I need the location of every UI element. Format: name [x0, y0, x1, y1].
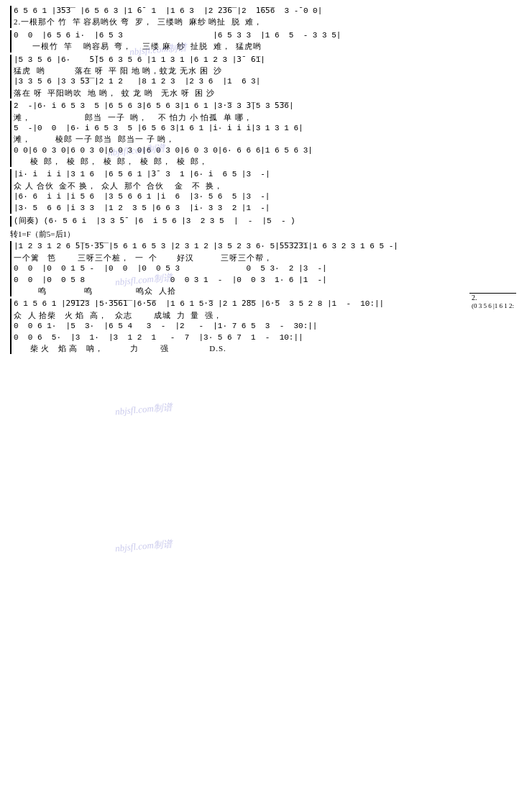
score-section-1: 6 5 6 1 |3̅5̅3̅ |6 5 6 3 |1 6̄ 1 |1 6 3 …: [10, 6, 522, 28]
lyric-1-1: 2.一根那个 竹 竿 容易哟伙 弯 罗， 三缕哟 麻纱 哟扯 脱 难，: [14, 17, 522, 27]
notation-5-2: |6· 6 i i |i 5 6 |3 5 6 6 1 |i 6 |3· 5 6…: [14, 191, 522, 202]
score-section-8-container: 2.(0 3 5 6 |1 6 1 2: 6 1 5 6 1 |2̅9̅1̅2̅…: [10, 299, 522, 354]
notation-7-1: |1 2 3 1 2 6 5̅|5·̅3̅5̅ |5 6 1 6 5 3 |2 …: [14, 241, 522, 252]
score-section-8: 6 1 5 6 1 |2̅9̅1̅2̅3 |5·̅3̅5̅6̅1̅ |6·̅5̅…: [10, 299, 522, 354]
notation-5-3: |3· 5 6 6 |i 3 3 |1 2 3 5 |6 6 3 |i· 3 3…: [14, 203, 522, 214]
notation-5-1: |i· i i i |3 1 6 |6 5 6 1 |3̄ 3 1 |6· i …: [14, 169, 522, 180]
notation-8-3: 0 0 6 5· |3 1· |3 1 2 1 - 7 |3· 5 6 7 1 …: [14, 332, 522, 343]
lyric-2-1: 一根竹 竿 哟容易 弯， 三缕 麻 纱 扯脱 难， 猛虎哟: [14, 41, 522, 52]
notation-3-1: |5 3 5 6 |6· 5̆|5 6 3 5 6 |1 1 3 1 |6 1 …: [14, 55, 522, 65]
notation-7-2: 0 0 |0 0 1 5 - |0 0 |0 0 5 3 0 5 3· 2 |3…: [14, 263, 522, 274]
score-section-7: |1 2 3 1 2 6 5̅|5·̅3̅5̅ |5 6 1 6 5 3 |2 …: [10, 241, 522, 296]
lyric-4-3: 棱 郎， 棱 郎， 棱 郎， 棱 郎， 棱 郎，: [14, 156, 522, 167]
main-score: 6 5 6 1 |3̅5̅3̅ |6 5 6 3 |1 6̄ 1 |1 6 3 …: [6, 3, 526, 363]
lyric-3-1: 猛虎 哟 落在 呀 平 阳 地 哟，蚊龙 无水 困 沙: [14, 65, 522, 76]
notation-4-1: 2 -|6· i 6 5 3 5 |6 5 6 3|6 5 6 3|1 6 1 …: [14, 101, 522, 112]
notation-8-1: 6 1 5 6 1 |2̅9̅1̅2̅3 |5·̅3̅5̅6̅1̅ |6·̅5̅…: [14, 299, 522, 309]
music-score-page: nbjsfl.com制谱 nbjsfl.com制谱 nbjsfl.com制谱 n…: [0, 0, 532, 366]
lyric-8-3: 柴 火 焰 高 呐， 力 强 D.S.: [14, 343, 522, 354]
score-section-2: 0 0 |6 5 6 i· |6 5 3 |6 5 3 3 |1 6 5 - 3…: [10, 30, 522, 53]
watermark-4: nbjsfl.com制谱: [114, 401, 173, 419]
watermark-5: nbjsfl.com制谱: [114, 538, 173, 556]
lyric-8-1: 众 人 拾柴 火 焰 高， 众志 成城 力 量 强，: [14, 310, 522, 321]
score-section-4: 2 -|6· i 6 5 3 5 |6 5 6 3|6 5 6 3|1 6 1 …: [10, 101, 522, 167]
lyric-5-1: 众 人 合伙 金不 换， 众人 那个 合伙 金 不 换，: [14, 181, 522, 191]
notation-7-3: 0 0 |0 0 5 8 0 0 3 1 - |0 0 3 1· 6 |1 -|: [14, 275, 522, 286]
notation-interlude: (6· 5 6 i |3 3 5̄ |6 i 5 6 |3 2 3 5 | - …: [44, 216, 295, 227]
lyric-4-2: 滩， 棱郎 一子 郎当 郎当一 子 哟，: [14, 134, 522, 145]
notation-3-2: |3 3 5 6 |3 3 5̅3̅ |2 1 2 |8 1 2 3 |2 3 …: [14, 76, 522, 87]
score-section-5: |i· i i i |3 1 6 |6 5 6 1 |3̄ 3 1 |6· i …: [10, 169, 522, 214]
notation-4-2: 5 -|0 0 |6· i 6 5 3 5 |6 5 6 3|1 6 1 |i·…: [14, 123, 522, 134]
lyric-7-1: 一个篱 笆 三呀三个桩， 一 个 好汉 三呀三个帮，: [14, 253, 522, 263]
notation-1-1: 6 5 6 1 |3̅5̅3̅ |6 5 6 3 |1 6̄ 1 |1 6 3 …: [14, 6, 522, 17]
lyric-7-3: 鸣 鸣 鸣众 人拾: [14, 286, 522, 296]
repeat-bracket-2: 2.(0 3 5 6 |1 6 1 2:: [469, 293, 516, 309]
notation-4-3: 0 0|6 0 3 0|6 0 3 0|6 0 3 0|6 0 3 0|6 0 …: [14, 145, 522, 156]
lyric-3-2: 落在 呀 平阳哟吹 地 哟， 蚊 龙 哟 无水 呀 困 沙: [14, 88, 522, 99]
notation-8-2: 0 0 6 1· |5 3· |6 5 4 3 - |2 - |1· 7 6 5…: [14, 321, 522, 332]
score-section-interlude: (间奏) (6· 5 6 i |3 3 5̄ |6 i 5 6 |3 2 3 5…: [10, 216, 522, 227]
interlude-label: (间奏): [14, 216, 44, 227]
key-change-label: 转1=F（前5=后1）: [10, 229, 522, 240]
score-section-3: |5 3 5 6 |6· 5̆|5 6 3 5 6 |1 1 3 1 |6 1 …: [10, 55, 522, 99]
notation-2-1: 0 0 |6 5 6 i· |6 5 3 |6 5 3 3 |1 6 5 - 3…: [14, 30, 522, 41]
lyric-4-1: 滩， 郎当 一子 哟， 不 怕力 小 怕孤 单 哪，: [14, 112, 522, 123]
